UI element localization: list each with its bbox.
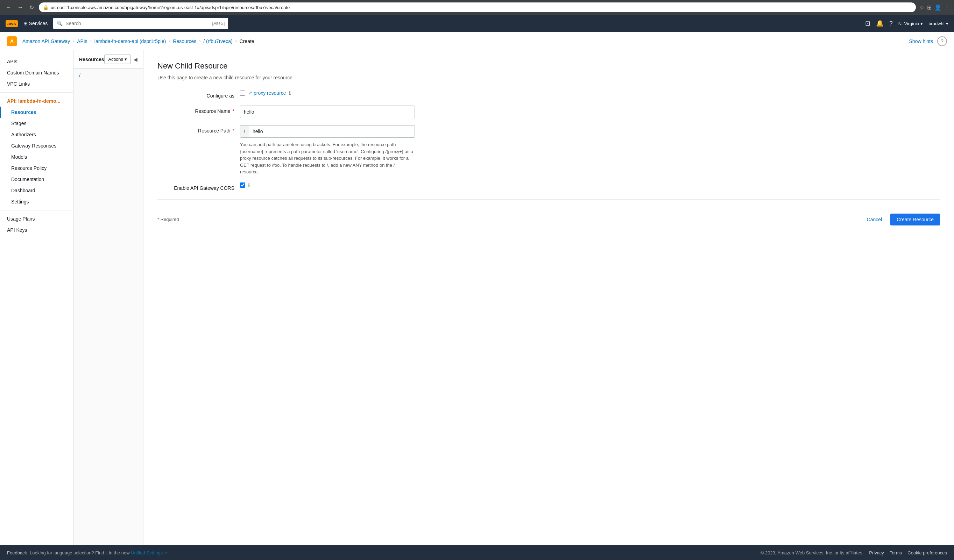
- page-title: New Child Resource: [157, 62, 940, 71]
- sidebar-item-models[interactable]: Models: [0, 151, 73, 163]
- sidebar-item-usage-plans[interactable]: Usage Plans: [0, 213, 73, 224]
- aws-nav-right: ⊡ 🔔 ? N. Virginia ▾ bradwht ▾: [865, 20, 948, 27]
- help-button[interactable]: ?: [889, 20, 893, 27]
- services-menu-button[interactable]: ⊞ Services: [23, 21, 48, 26]
- sidebar-item-vpc-links[interactable]: VPC Links: [0, 78, 73, 90]
- breadcrumb-sep-5: ›: [235, 39, 237, 44]
- resources-panel: Resources Actions ▾ ◀ /: [73, 50, 143, 545]
- root-resource-node[interactable]: /: [79, 73, 81, 78]
- sidebar-item-apis[interactable]: APIs: [0, 56, 73, 67]
- breadcrumb-api-name[interactable]: lambda-fn-demo-api (dspr1r5pie): [95, 39, 166, 44]
- breadcrumb-sep-1: ›: [73, 39, 74, 44]
- cors-info-icon[interactable]: ℹ: [248, 182, 250, 188]
- resource-name-row: Resource Name: [157, 106, 940, 118]
- breadcrumb-resources[interactable]: Resources: [173, 39, 196, 44]
- search-icon: 🔍: [57, 21, 62, 26]
- sidebar-item-resources[interactable]: Resources: [0, 107, 73, 118]
- sidebar-item-authorizers[interactable]: Authorizers: [0, 129, 73, 140]
- refresh-button[interactable]: ↻: [28, 3, 35, 12]
- aws-logo-text: aws: [6, 20, 18, 27]
- back-button[interactable]: ←: [4, 3, 12, 12]
- resource-name-input[interactable]: [240, 106, 415, 118]
- cloud-shell-button[interactable]: ⊡: [865, 20, 870, 27]
- forward-button[interactable]: →: [16, 3, 25, 12]
- service-icon: A: [7, 36, 17, 46]
- feedback-button[interactable]: Feedback: [7, 550, 27, 555]
- breadcrumb-service[interactable]: Amazon API Gateway: [22, 39, 70, 44]
- sidebar-item-custom-domain-names[interactable]: Custom Domain Names: [0, 67, 73, 78]
- search-bar[interactable]: 🔍 [Alt+S]: [53, 18, 228, 29]
- cancel-button[interactable]: Cancel: [863, 213, 887, 226]
- unified-settings-text: Looking for language selection? Find it …: [30, 550, 168, 555]
- aws-nav: aws ⊞ Services 🔍 [Alt+S] ⊡ 🔔 ? N. Virgin…: [0, 15, 954, 32]
- form-footer: * Required Cancel Create Resource: [157, 208, 940, 226]
- sidebar: APIs Custom Domain Names VPC Links API: …: [0, 50, 73, 545]
- cors-row: Enable API Gateway CORS ℹ: [157, 182, 940, 191]
- sidebar-item-stages[interactable]: Stages: [0, 118, 73, 129]
- proxy-resource-checkbox[interactable]: [240, 90, 245, 96]
- proxy-resource-control: ↗ proxy resource ℹ: [240, 90, 415, 96]
- sidebar-item-dashboard[interactable]: Dashboard: [0, 185, 73, 196]
- sidebar-item-api-keys[interactable]: API Keys: [0, 224, 73, 236]
- resource-name-label: Resource Name: [157, 106, 234, 114]
- menu-button[interactable]: ⋮: [944, 4, 950, 11]
- bottom-bar: Feedback Looking for language selection?…: [0, 545, 954, 560]
- breadcrumb-apis[interactable]: APIs: [77, 39, 87, 44]
- sidebar-item-documentation[interactable]: Documentation: [0, 174, 73, 185]
- sidebar-item-settings[interactable]: Settings: [0, 196, 73, 207]
- resource-name-control: [240, 106, 415, 118]
- browser-bar: ← → ↻ 🔒 us-east-1.console.aws.amazon.com…: [0, 0, 954, 15]
- breadcrumb-bar: A Amazon API Gateway › APIs › lambda-fn-…: [0, 32, 954, 50]
- breadcrumb-root-resource[interactable]: / (rfbu7rveca): [203, 39, 232, 44]
- resources-panel-title: Resources: [79, 57, 104, 62]
- extensions-button[interactable]: ⊞: [927, 4, 932, 11]
- sidebar-divider-1: [0, 92, 73, 93]
- search-input[interactable]: [65, 21, 209, 26]
- terms-link[interactable]: Terms: [890, 550, 902, 555]
- resources-header: Resources Actions ▾ ◀: [73, 50, 143, 68]
- resource-path-row: Resource Path / You can add path paramet…: [157, 125, 940, 176]
- breadcrumb-sep-4: ›: [199, 39, 201, 44]
- show-hints-button[interactable]: Show hints: [909, 39, 933, 44]
- lock-icon: 🔒: [43, 5, 48, 10]
- help-circle-button[interactable]: ?: [937, 36, 947, 46]
- proxy-resource-link[interactable]: ↗ proxy resource: [248, 90, 286, 96]
- actions-button[interactable]: Actions ▾: [104, 54, 131, 64]
- form-actions: Cancel Create Resource: [863, 213, 940, 226]
- resource-tree: /: [73, 68, 143, 82]
- bookmark-button[interactable]: ☆: [920, 4, 924, 11]
- region-label: N. Virginia: [898, 21, 920, 26]
- privacy-link[interactable]: Privacy: [869, 550, 884, 555]
- cors-checkbox[interactable]: [240, 182, 245, 188]
- cors-label: Enable API Gateway CORS: [157, 182, 234, 191]
- required-note: * Required: [157, 217, 179, 222]
- cookie-prefs-link[interactable]: Cookie preferences: [907, 550, 947, 555]
- path-hint-text: You can add path parameters using bracke…: [240, 141, 415, 176]
- breadcrumb-current: Create: [240, 39, 254, 44]
- sidebar-item-gateway-responses[interactable]: Gateway Responses: [0, 140, 73, 151]
- cors-checkbox-wrap: ℹ: [240, 182, 415, 188]
- sidebar-api-label: API: lambda-fn-demo...: [0, 95, 73, 107]
- region-selector[interactable]: N. Virginia ▾: [898, 21, 923, 26]
- sidebar-divider-2: [0, 210, 73, 210]
- proxy-info-icon[interactable]: ℹ: [289, 90, 291, 96]
- resource-path-label: Resource Path: [157, 125, 234, 134]
- unified-settings-link[interactable]: Unified Settings ↗: [131, 550, 168, 555]
- notifications-button[interactable]: 🔔: [876, 20, 884, 27]
- create-resource-button[interactable]: Create Resource: [890, 213, 940, 226]
- page-description: Use this page to create a new child reso…: [157, 75, 940, 80]
- username-label: bradwht: [929, 21, 945, 26]
- resource-path-input[interactable]: [249, 126, 415, 137]
- actions-label: Actions: [108, 57, 123, 62]
- services-label: Services: [29, 21, 48, 26]
- configure-as-label: Configure as: [157, 90, 234, 99]
- breadcrumb-sep-2: ›: [90, 39, 92, 44]
- path-input-group: /: [240, 125, 415, 138]
- user-menu-button[interactable]: bradwht ▾: [929, 21, 948, 26]
- collapse-panel-button[interactable]: ◀: [134, 57, 137, 62]
- profile-button[interactable]: 👤: [934, 4, 942, 11]
- url-bar[interactable]: 🔒 us-east-1.console.aws.amazon.com/apiga…: [39, 2, 916, 12]
- path-prefix: /: [240, 126, 249, 137]
- sidebar-item-resource-policy[interactable]: Resource Policy: [0, 163, 73, 174]
- cors-control: ℹ: [240, 182, 415, 188]
